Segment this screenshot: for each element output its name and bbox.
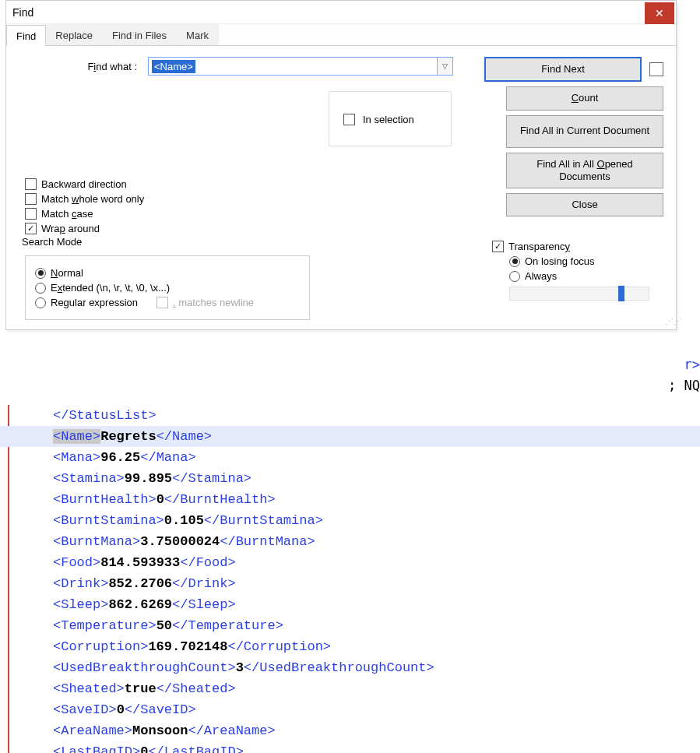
tab-find[interactable]: Find xyxy=(6,25,46,46)
find-what-input[interactable]: <Name> xyxy=(148,57,438,76)
editor-area[interactable]: </StatusList><Name>Regrets</Name><Mana>9… xyxy=(0,405,700,753)
code-line[interactable]: <BurntStamina>0.105</BurntStamina> xyxy=(53,510,700,531)
titlebar[interactable]: Find ✕ xyxy=(6,1,676,24)
find-all-opened-button[interactable]: Find All in All Opened Documents xyxy=(506,153,663,189)
code-line[interactable]: <Corruption>169.702148</Corruption> xyxy=(53,636,700,657)
find-what-label: Find what : xyxy=(25,61,142,72)
close-icon[interactable]: ✕ xyxy=(645,2,674,24)
code-line[interactable]: <LastBagID>0</LastBagID> xyxy=(53,741,700,753)
wrap-around-checkbox[interactable]: Wrap around xyxy=(25,223,663,234)
code-line[interactable]: <SaveID>0</SaveID> xyxy=(53,699,700,720)
in-selection-panel: In selection xyxy=(329,91,452,146)
transparency-always-radio[interactable]: Always xyxy=(509,270,663,282)
code-line[interactable]: <BurntHealth>0</BurntHealth> xyxy=(53,489,700,510)
count-button[interactable]: Count xyxy=(506,86,663,110)
mode-extended-radio[interactable]: Extended (\n, \r, \t, \0, \x...) xyxy=(35,282,300,294)
transparency-slider[interactable] xyxy=(509,287,649,301)
resize-grip-icon[interactable]: ⋰⋰ xyxy=(665,319,674,329)
code-line[interactable]: <AreaName>Monsoon</AreaName> xyxy=(53,720,700,741)
chevron-down-icon: ▽ xyxy=(442,62,448,70)
tab-mark[interactable]: Mark xyxy=(176,24,219,45)
show-search-results-toggle[interactable] xyxy=(649,62,663,76)
code-line[interactable]: <Name>Regrets</Name> xyxy=(0,426,700,447)
code-line[interactable]: <UsedBreakthroughCount>3</UsedBreakthrou… xyxy=(53,657,700,678)
code-line[interactable]: <Drink>852.2706</Drink> xyxy=(53,573,700,594)
search-mode-group: Normal Extended (\n, \r, \t, \0, \x...) … xyxy=(25,255,310,320)
code-line[interactable]: <Food>814.593933</Food> xyxy=(53,552,700,573)
find-what-dropdown[interactable]: ▽ xyxy=(438,57,453,76)
transparency-on-losing-focus-radio[interactable]: On losing focus xyxy=(509,255,663,267)
close-button[interactable]: Close xyxy=(506,193,663,216)
tabs: Find Replace Find in Files Mark xyxy=(6,24,676,46)
code-line[interactable]: <Temperature>50</Temperature> xyxy=(53,615,700,636)
code-line[interactable]: <Mana>96.25</Mana> xyxy=(53,447,700,468)
transparency-checkbox[interactable]: Transparency xyxy=(492,241,663,252)
find-dialog: Find ✕ Find Replace Find in Files Mark F… xyxy=(5,0,677,330)
find-all-current-button[interactable]: Find All in Current Document xyxy=(506,115,663,148)
dialog-title: Find xyxy=(12,6,33,19)
code-line[interactable]: <Stamina>99.895</Stamina> xyxy=(53,468,700,489)
code-line[interactable]: <Sheated>true</Sheated> xyxy=(53,678,700,699)
search-mode-label: Search Mode xyxy=(19,236,310,248)
find-next-button[interactable]: Find Next xyxy=(484,57,642,82)
mode-normal-radio[interactable]: Normal xyxy=(35,267,300,279)
in-selection-label: In selection xyxy=(363,114,414,125)
mode-regex-radio[interactable]: Regular expression . matches newline xyxy=(35,297,300,308)
in-selection-checkbox[interactable] xyxy=(343,114,355,125)
code-line[interactable]: </StatusList> xyxy=(53,405,700,426)
background-editor-snippet: r> ; NQ xyxy=(668,354,700,396)
matches-newline-checkbox: . matches newline xyxy=(157,297,254,308)
tab-find-in-files[interactable]: Find in Files xyxy=(102,24,177,45)
tab-replace[interactable]: Replace xyxy=(45,24,103,45)
code-line[interactable]: <Sleep>862.6269</Sleep> xyxy=(53,594,700,615)
code-line[interactable]: <BurntMana>3.75000024</BurntMana> xyxy=(53,531,700,552)
